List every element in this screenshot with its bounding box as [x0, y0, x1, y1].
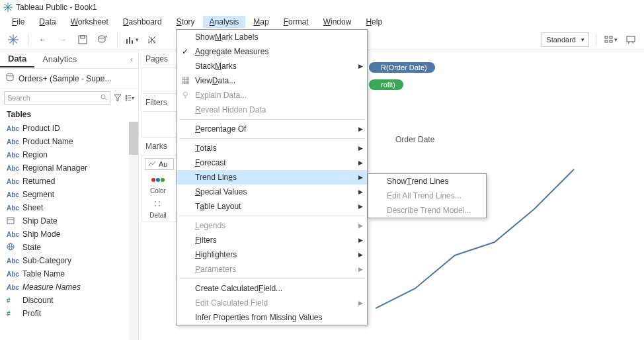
submenu-arrow-icon: ▶	[358, 145, 363, 151]
menu-item-infer-properties-from-missing-values[interactable]: Infer Properties from Missing Values	[177, 310, 367, 325]
submenu-arrow-icon: ▶	[358, 251, 363, 258]
menu-worksheet[interactable]: Worksheet	[64, 16, 115, 28]
menu-help[interactable]: Help	[359, 16, 389, 28]
field-discount[interactable]: #Discount	[0, 294, 138, 307]
field-state[interactable]: State	[0, 241, 138, 254]
field-type-icon	[7, 243, 19, 252]
rows-pill[interactable]: rofit)	[369, 79, 403, 90]
submenu-item-edit-all-trend-lines: Edit All Trend Lines...	[368, 189, 486, 203]
fit-dropdown[interactable]: Standard ▾	[542, 32, 589, 47]
field-ship-mode[interactable]: AbcShip Mode	[0, 228, 138, 241]
submenu-arrow-icon: ▶	[358, 300, 363, 306]
field-regional-manager[interactable]: AbcRegional Manager	[0, 161, 138, 175]
tableau-logo-icon[interactable]	[5, 32, 21, 48]
database-icon	[5, 73, 15, 84]
marks-detail-button[interactable]: Detail	[145, 197, 171, 219]
menu-item-trend-lines[interactable]: Trend Lines▶	[177, 170, 367, 185]
field-returned[interactable]: AbcReturned	[0, 175, 138, 188]
menu-item-forecast[interactable]: Forecast▶	[177, 155, 367, 170]
show-cards-button[interactable]: ▾	[603, 32, 619, 48]
marks-card: Au Color Detail	[141, 155, 177, 222]
svg-rect-24	[627, 36, 635, 42]
datasource-row[interactable]: Orders+ (Sample - Supe...	[0, 69, 138, 89]
new-worksheet-button[interactable]: ▾	[124, 32, 140, 48]
menu-story[interactable]: Story	[170, 16, 202, 28]
svg-line-29	[104, 98, 106, 100]
field-sub-category[interactable]: AbcSub-Category	[0, 254, 138, 267]
menu-analysis[interactable]: Analysis	[203, 16, 246, 28]
submenu-item-show-trend-lines[interactable]: Show Trend Lines	[368, 174, 486, 189]
menu-item-create-calculated-field[interactable]: Create Calculated Field...	[177, 281, 367, 296]
marks-color-button[interactable]: Color	[145, 173, 171, 194]
new-data-source-button[interactable]: +	[95, 32, 110, 48]
menu-item-totals[interactable]: Totals▶	[177, 141, 367, 155]
grid-icon	[181, 77, 190, 85]
field-list: AbcProduct IDAbcProduct NameAbcRegionAbc…	[0, 122, 138, 340]
filters-shelf[interactable]: Filters	[141, 97, 177, 108]
menu-item-aggregate-measures[interactable]: ✓Aggregate Measures	[177, 44, 367, 59]
field-measure-names[interactable]: AbcMeasure Names	[0, 280, 138, 294]
submenu-arrow-icon: ▶	[358, 174, 363, 181]
field-table-name[interactable]: AbcTable Name	[0, 267, 138, 280]
menu-file[interactable]: File	[5, 16, 31, 28]
back-button[interactable]: ←	[35, 32, 51, 48]
field-type-icon: Abc	[7, 165, 19, 172]
pages-card[interactable]	[141, 67, 177, 94]
filter-icon[interactable]	[113, 93, 122, 103]
menu-map[interactable]: Map	[247, 16, 275, 28]
field-ship-date[interactable]: Ship Date	[0, 214, 138, 228]
svg-rect-13	[129, 37, 130, 44]
field-type-icon: Abc	[7, 257, 19, 265]
analysis-menu: Show Mark Labels✓Aggregate MeasuresStack…	[176, 29, 368, 325]
save-button[interactable]	[75, 32, 91, 48]
columns-pill[interactable]: R(Order Date)	[369, 62, 435, 73]
svg-rect-20	[605, 36, 608, 38]
menu-item-view-data[interactable]: View Data...	[177, 73, 367, 88]
field-profit[interactable]: #Profit	[0, 307, 138, 320]
color-icon	[145, 173, 171, 187]
search-input[interactable]: Search	[4, 91, 110, 105]
menu-format[interactable]: Format	[277, 16, 315, 28]
collapse-pane-icon[interactable]: ‹	[130, 55, 133, 64]
svg-point-27	[7, 73, 13, 76]
presentation-mode-button[interactable]	[623, 32, 639, 48]
menu-bar: FileDataWorksheetDashboardStoryAnalysisM…	[0, 15, 644, 29]
field-type-icon: Abc	[7, 138, 19, 146]
field-type-icon: Abc	[7, 231, 19, 238]
menu-item-show-mark-labels[interactable]: Show Mark Labels	[177, 30, 367, 44]
forward-button[interactable]: →	[55, 32, 71, 48]
field-product-name[interactable]: AbcProduct Name	[0, 135, 138, 148]
menu-item-filters[interactable]: Filters▶	[177, 233, 367, 247]
menu-window[interactable]: Window	[317, 16, 358, 28]
svg-point-42	[159, 201, 160, 202]
pages-shelf[interactable]: Pages	[141, 53, 177, 65]
svg-point-44	[159, 205, 160, 206]
field-product-id[interactable]: AbcProduct ID	[0, 122, 138, 135]
field-sheet[interactable]: AbcSheet	[0, 201, 138, 214]
filters-card[interactable]	[141, 111, 177, 138]
field-type-icon: Abc	[7, 151, 19, 159]
menu-item-table-layout[interactable]: Table Layout▶	[177, 199, 367, 214]
field-type-icon: Abc	[7, 191, 19, 198]
search-placeholder: Search	[7, 94, 30, 102]
svg-text:+: +	[105, 35, 107, 40]
view-mode-icon[interactable]: ▾	[125, 93, 134, 103]
x-axis-label: Order Date	[395, 135, 434, 144]
clear-button[interactable]	[144, 32, 160, 48]
tab-analytics[interactable]: Analytics	[34, 52, 85, 67]
scrollbar[interactable]	[129, 122, 138, 340]
submenu-arrow-icon: ▶	[358, 203, 363, 210]
menu-item-stack-marks[interactable]: Stack Marks▶	[177, 59, 367, 73]
tab-data[interactable]: Data	[0, 51, 34, 67]
menu-dashboard[interactable]: Dashboard	[116, 16, 169, 28]
field-segment[interactable]: AbcSegment	[0, 188, 138, 201]
menu-data[interactable]: Data	[32, 16, 62, 28]
svg-rect-32	[126, 100, 128, 101]
menu-item-percentage-of[interactable]: Percentage Of▶	[177, 122, 367, 136]
svg-rect-21	[605, 40, 608, 42]
menu-item-highlighters[interactable]: Highlighters▶	[177, 247, 367, 262]
fit-label: Standard	[546, 36, 576, 44]
menu-item-special-values[interactable]: Special Values▶	[177, 185, 367, 199]
marks-type-dropdown[interactable]: Au	[145, 158, 174, 170]
field-region[interactable]: AbcRegion	[0, 148, 138, 161]
